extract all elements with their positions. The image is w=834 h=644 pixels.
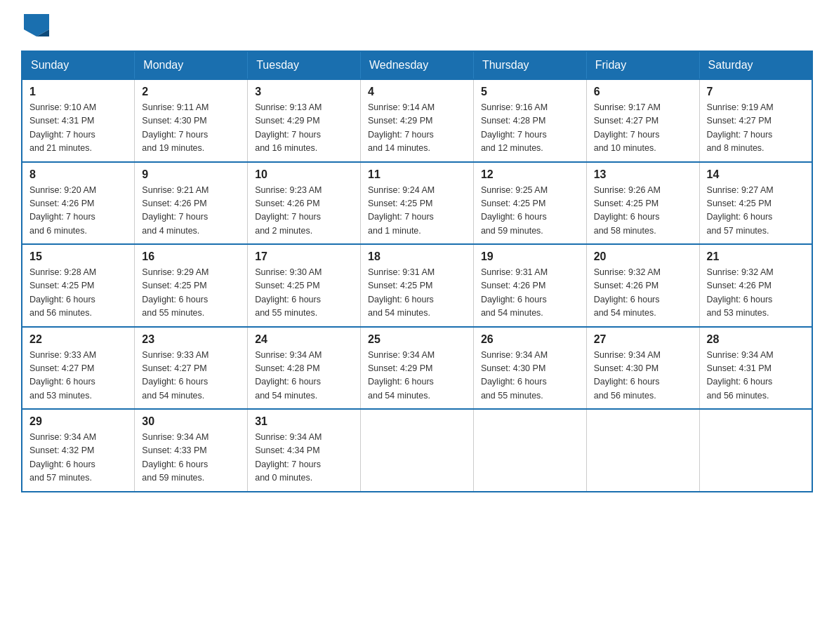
- day-of-week-header: Wednesday: [361, 51, 474, 79]
- day-info: Sunrise: 9:27 AMSunset: 4:25 PMDaylight:…: [707, 184, 805, 239]
- day-info: Sunrise: 9:34 AMSunset: 4:28 PMDaylight:…: [255, 349, 353, 403]
- calendar-week-row: 22 Sunrise: 9:33 AMSunset: 4:27 PMDaylig…: [22, 327, 812, 410]
- calendar-cell: 14 Sunrise: 9:27 AMSunset: 4:25 PMDaylig…: [699, 162, 812, 245]
- day-info: Sunrise: 9:34 AMSunset: 4:30 PMDaylight:…: [481, 349, 579, 403]
- day-number: 31: [255, 415, 353, 428]
- calendar-cell: 2 Sunrise: 9:11 AMSunset: 4:30 PMDayligh…: [135, 79, 248, 162]
- calendar-cell: 17 Sunrise: 9:30 AMSunset: 4:25 PMDaylig…: [248, 244, 361, 327]
- calendar-cell: 8 Sunrise: 9:20 AMSunset: 4:26 PMDayligh…: [22, 162, 135, 245]
- day-number: 12: [481, 168, 579, 181]
- day-info: Sunrise: 9:31 AMSunset: 4:26 PMDaylight:…: [481, 266, 579, 321]
- calendar-cell: 25 Sunrise: 9:34 AMSunset: 4:29 PMDaylig…: [361, 327, 474, 410]
- logo: [21, 14, 52, 36]
- calendar-cell: 11 Sunrise: 9:24 AMSunset: 4:25 PMDaylig…: [361, 162, 474, 245]
- day-info: Sunrise: 9:34 AMSunset: 4:33 PMDaylight:…: [142, 431, 240, 485]
- calendar-cell: 21 Sunrise: 9:32 AMSunset: 4:26 PMDaylig…: [699, 244, 812, 327]
- day-number: 25: [368, 333, 466, 346]
- calendar-cell: [699, 409, 812, 492]
- day-info: Sunrise: 9:34 AMSunset: 4:31 PMDaylight:…: [707, 349, 805, 403]
- day-number: 16: [142, 250, 240, 263]
- day-info: Sunrise: 9:31 AMSunset: 4:25 PMDaylight:…: [368, 266, 466, 321]
- calendar-cell: 31 Sunrise: 9:34 AMSunset: 4:34 PMDaylig…: [248, 409, 361, 492]
- day-number: 11: [368, 168, 466, 181]
- calendar-cell: [473, 409, 586, 492]
- day-info: Sunrise: 9:19 AMSunset: 4:27 PMDaylight:…: [707, 101, 805, 156]
- calendar-cell: 4 Sunrise: 9:14 AMSunset: 4:29 PMDayligh…: [361, 79, 474, 162]
- day-of-week-header: Tuesday: [248, 51, 361, 79]
- day-info: Sunrise: 9:11 AMSunset: 4:30 PMDaylight:…: [142, 101, 240, 156]
- day-info: Sunrise: 9:20 AMSunset: 4:26 PMDaylight:…: [29, 184, 127, 239]
- calendar-cell: 30 Sunrise: 9:34 AMSunset: 4:33 PMDaylig…: [135, 409, 248, 492]
- day-number: 3: [255, 86, 353, 98]
- calendar-cell: 15 Sunrise: 9:28 AMSunset: 4:25 PMDaylig…: [22, 244, 135, 327]
- day-number: 5: [481, 86, 579, 98]
- calendar-cell: [361, 409, 474, 492]
- day-number: 26: [481, 333, 579, 346]
- day-number: 29: [29, 415, 127, 428]
- day-info: Sunrise: 9:16 AMSunset: 4:28 PMDaylight:…: [481, 101, 579, 156]
- calendar-cell: [586, 409, 699, 492]
- day-info: Sunrise: 9:13 AMSunset: 4:29 PMDaylight:…: [255, 101, 353, 156]
- day-number: 19: [481, 250, 579, 263]
- calendar-week-row: 1 Sunrise: 9:10 AMSunset: 4:31 PMDayligh…: [22, 79, 812, 162]
- calendar-cell: 26 Sunrise: 9:34 AMSunset: 4:30 PMDaylig…: [473, 327, 586, 410]
- day-number: 10: [255, 168, 353, 181]
- calendar-cell: 6 Sunrise: 9:17 AMSunset: 4:27 PMDayligh…: [586, 79, 699, 162]
- day-of-week-header: Friday: [586, 51, 699, 79]
- day-number: 7: [707, 86, 805, 98]
- day-of-week-header: Thursday: [473, 51, 586, 79]
- day-number: 8: [29, 168, 127, 181]
- calendar-week-row: 15 Sunrise: 9:28 AMSunset: 4:25 PMDaylig…: [22, 244, 812, 327]
- page-header: [21, 14, 813, 36]
- calendar-cell: 12 Sunrise: 9:25 AMSunset: 4:25 PMDaylig…: [473, 162, 586, 245]
- calendar-cell: 22 Sunrise: 9:33 AMSunset: 4:27 PMDaylig…: [22, 327, 135, 410]
- day-info: Sunrise: 9:28 AMSunset: 4:25 PMDaylight:…: [29, 266, 127, 321]
- day-number: 30: [142, 415, 240, 428]
- logo-icon: [24, 14, 49, 36]
- calendar-cell: 5 Sunrise: 9:16 AMSunset: 4:28 PMDayligh…: [473, 79, 586, 162]
- calendar-table: SundayMondayTuesdayWednesdayThursdayFrid…: [21, 51, 813, 492]
- day-info: Sunrise: 9:32 AMSunset: 4:26 PMDaylight:…: [594, 266, 692, 321]
- calendar-cell: 27 Sunrise: 9:34 AMSunset: 4:30 PMDaylig…: [586, 327, 699, 410]
- day-number: 27: [594, 333, 692, 346]
- day-of-week-header: Saturday: [699, 51, 812, 79]
- day-info: Sunrise: 9:14 AMSunset: 4:29 PMDaylight:…: [368, 101, 466, 156]
- day-number: 28: [707, 333, 805, 346]
- calendar-cell: 19 Sunrise: 9:31 AMSunset: 4:26 PMDaylig…: [473, 244, 586, 327]
- calendar-cell: 9 Sunrise: 9:21 AMSunset: 4:26 PMDayligh…: [135, 162, 248, 245]
- calendar-cell: 1 Sunrise: 9:10 AMSunset: 4:31 PMDayligh…: [22, 79, 135, 162]
- calendar-cell: 23 Sunrise: 9:33 AMSunset: 4:27 PMDaylig…: [135, 327, 248, 410]
- day-number: 13: [594, 168, 692, 181]
- day-of-week-header: Monday: [135, 51, 248, 79]
- day-info: Sunrise: 9:32 AMSunset: 4:26 PMDaylight:…: [707, 266, 805, 321]
- calendar-week-row: 29 Sunrise: 9:34 AMSunset: 4:32 PMDaylig…: [22, 409, 812, 492]
- day-info: Sunrise: 9:29 AMSunset: 4:25 PMDaylight:…: [142, 266, 240, 321]
- day-info: Sunrise: 9:24 AMSunset: 4:25 PMDaylight:…: [368, 184, 466, 239]
- day-number: 24: [255, 333, 353, 346]
- day-info: Sunrise: 9:17 AMSunset: 4:27 PMDaylight:…: [594, 101, 692, 156]
- day-number: 6: [594, 86, 692, 98]
- day-number: 20: [594, 250, 692, 263]
- calendar-cell: 3 Sunrise: 9:13 AMSunset: 4:29 PMDayligh…: [248, 79, 361, 162]
- calendar-cell: 28 Sunrise: 9:34 AMSunset: 4:31 PMDaylig…: [699, 327, 812, 410]
- calendar-cell: 18 Sunrise: 9:31 AMSunset: 4:25 PMDaylig…: [361, 244, 474, 327]
- day-number: 18: [368, 250, 466, 263]
- day-info: Sunrise: 9:23 AMSunset: 4:26 PMDaylight:…: [255, 184, 353, 239]
- day-number: 1: [29, 86, 127, 98]
- day-info: Sunrise: 9:33 AMSunset: 4:27 PMDaylight:…: [142, 349, 240, 403]
- day-number: 21: [707, 250, 805, 263]
- day-info: Sunrise: 9:21 AMSunset: 4:26 PMDaylight:…: [142, 184, 240, 239]
- calendar-cell: 29 Sunrise: 9:34 AMSunset: 4:32 PMDaylig…: [22, 409, 135, 492]
- day-info: Sunrise: 9:34 AMSunset: 4:34 PMDaylight:…: [255, 431, 353, 485]
- day-info: Sunrise: 9:30 AMSunset: 4:25 PMDaylight:…: [255, 266, 353, 321]
- calendar-cell: 16 Sunrise: 9:29 AMSunset: 4:25 PMDaylig…: [135, 244, 248, 327]
- day-info: Sunrise: 9:34 AMSunset: 4:29 PMDaylight:…: [368, 349, 466, 403]
- calendar-cell: 24 Sunrise: 9:34 AMSunset: 4:28 PMDaylig…: [248, 327, 361, 410]
- day-info: Sunrise: 9:10 AMSunset: 4:31 PMDaylight:…: [29, 101, 127, 156]
- day-number: 15: [29, 250, 127, 263]
- day-number: 17: [255, 250, 353, 263]
- day-info: Sunrise: 9:33 AMSunset: 4:27 PMDaylight:…: [29, 349, 127, 403]
- day-number: 4: [368, 86, 466, 98]
- day-number: 14: [707, 168, 805, 181]
- calendar-cell: 13 Sunrise: 9:26 AMSunset: 4:25 PMDaylig…: [586, 162, 699, 245]
